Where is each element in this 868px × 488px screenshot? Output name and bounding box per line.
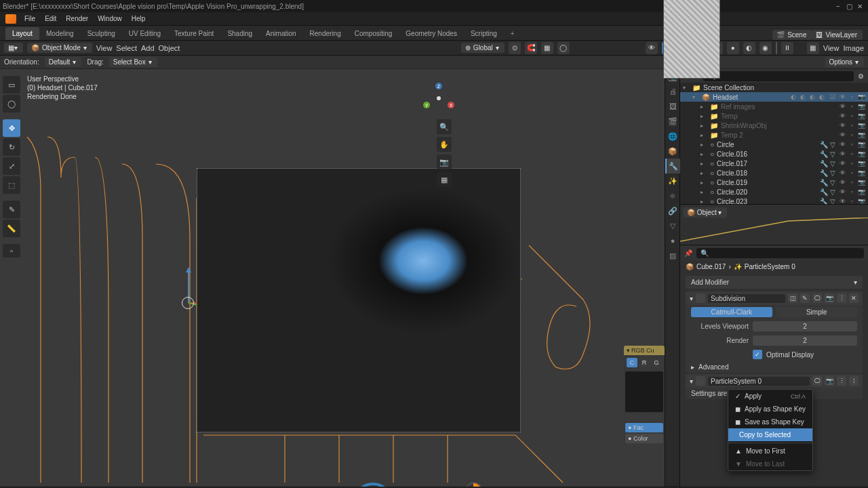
scale-tool[interactable]: ⤢ <box>3 157 20 175</box>
ctx-copy-selected[interactable]: Copy to Selected <box>728 428 812 441</box>
outliner-item[interactable]: ▸📁Temp 2👁▫📷 <box>680 130 868 140</box>
pause-icon[interactable]: ⏸ <box>781 42 793 54</box>
shade-matprev-icon[interactable]: ◐ <box>743 42 755 54</box>
editor-type-dropdown[interactable]: ▦▾ <box>4 43 23 53</box>
tab-shading[interactable]: Shading <box>220 27 259 40</box>
ptab-output[interactable]: 🖨 <box>665 84 680 99</box>
outliner-filter-icon[interactable]: ⚙ <box>858 73 864 80</box>
tab-animation[interactable]: Animation <box>259 27 302 40</box>
levels-render[interactable]: 2 <box>753 336 857 346</box>
levels-viewport[interactable]: 2 <box>753 321 857 331</box>
ps-realtime-icon[interactable]: 🖵 <box>812 376 822 386</box>
outliner-root[interactable]: ▾📁 Scene Collection <box>680 83 868 92</box>
ctx-move-first[interactable]: ▲Move to First <box>728 445 812 458</box>
vp-add-menu[interactable]: Add <box>141 44 155 52</box>
menu-window[interactable]: Window <box>94 14 126 24</box>
ctx-move-last[interactable]: ▼Move to Last <box>728 458 812 470</box>
tab-texpaint[interactable]: Texture Paint <box>167 27 220 40</box>
tab-geonodes[interactable]: Geometry Nodes <box>399 27 464 40</box>
vp-object-menu[interactable]: Object <box>159 44 180 52</box>
outliner-item[interactable]: ▸○Circle.017🔧 ▽👁▫📷 <box>680 159 868 168</box>
options-dropdown[interactable]: Options ▾ <box>825 57 864 67</box>
ptab-modifiers[interactable]: 🔧 <box>665 159 680 174</box>
ptab-scene[interactable]: 🎬 <box>665 114 680 129</box>
grid-snap-icon[interactable]: ▦ <box>541 42 553 54</box>
vp-view-menu[interactable]: View <box>96 44 113 52</box>
menu-file[interactable]: File <box>20 14 39 24</box>
curve-tool-1[interactable] <box>625 413 637 422</box>
add-modifier-button[interactable]: Add Modifier▾ <box>686 276 863 289</box>
outliner-item[interactable]: ▸○Circle.023🔧 ▽👁▫📷 <box>680 197 868 205</box>
ptab-particles[interactable]: ✨ <box>665 174 680 188</box>
uv-view-menu[interactable]: View <box>823 44 840 52</box>
orientation-dropdown[interactable]: ⊕ Global ▾ <box>461 43 505 53</box>
mod-edit-icon[interactable]: ✎ <box>800 293 810 303</box>
axis-y-icon[interactable]: Y <box>423 102 430 108</box>
optimal-display-check[interactable]: ✓ <box>753 350 762 359</box>
pivot-icon[interactable]: ⊙ <box>509 42 521 54</box>
ctx-apply-shapekey[interactable]: ◼Apply as Shape Key <box>728 403 812 415</box>
mode-dropdown[interactable]: 📦 Object Mode ▾ <box>27 43 92 53</box>
camera-icon[interactable]: 📷 <box>437 155 452 169</box>
vp-select-menu[interactable]: Select <box>116 44 137 52</box>
circle-select-tool[interactable]: ◯ <box>3 95 20 113</box>
channel-g[interactable]: G <box>651 358 662 367</box>
ptab-material[interactable]: ● <box>665 233 680 248</box>
ps-render-icon[interactable]: 📷 <box>825 376 834 386</box>
zoom-icon[interactable]: 🔍 <box>437 119 452 134</box>
outliner-item[interactable]: ▸○Circle.016🔧 ▽👁▫📷 <box>680 149 868 159</box>
snap-icon[interactable]: 🧲 <box>525 42 537 54</box>
channel-r[interactable]: R <box>639 358 650 367</box>
outliner[interactable]: ≡ 🖿 🔍 ⚙ ▾📁 Scene Collection ▾📦 Headset ◐… <box>680 69 868 205</box>
outliner-headset[interactable]: ▾📦 Headset ◐◐◐◐ ☑👁▫📷 <box>680 92 868 102</box>
rgb-curves-node[interactable]: ▾ RGB Cu C R G ● Fac ● Color <box>624 346 665 446</box>
mod-close-icon[interactable]: ✕ <box>849 293 859 303</box>
tool-orient-dropdown[interactable]: Default ▾ <box>45 57 82 67</box>
uv-object-dropdown[interactable]: 📦 Object ▾ <box>683 207 727 218</box>
uv-mini-panel[interactable]: 📦 Object ▾ <box>680 205 868 245</box>
shade-solid-icon[interactable]: ● <box>727 42 739 54</box>
ctx-save-shapekey[interactable]: ◼Save as Shape Key <box>728 415 812 428</box>
ptab-physics[interactable]: ⚛ <box>665 188 680 203</box>
ptab-viewlayer[interactable]: 🖼 <box>665 99 680 114</box>
ctx-apply[interactable]: ✓ApplyCtrl A <box>728 390 812 403</box>
uv-image-menu[interactable]: Image <box>843 44 864 52</box>
drag-dropdown[interactable]: Select Box ▾ <box>109 57 157 67</box>
ptab-constraints[interactable]: 🔗 <box>665 203 680 218</box>
ps-menu-icon[interactable]: ⋮ <box>837 376 846 386</box>
proportional-icon[interactable]: ◯ <box>557 42 570 54</box>
mod-menu-icon[interactable]: ⋮ <box>837 293 846 303</box>
outliner-item[interactable]: ▸○Circle.018🔧 ▽👁▫📷 <box>680 168 868 178</box>
minimize-button[interactable]: − <box>833 3 844 10</box>
annotate-tool[interactable]: ✎ <box>3 201 20 218</box>
uv-editor-icon[interactable]: ▦ <box>807 42 819 54</box>
tab-uv[interactable]: UV Editing <box>122 27 167 40</box>
tab-scripting[interactable]: Scripting <box>464 27 504 40</box>
ptab-texture[interactable]: ▨ <box>665 248 680 263</box>
texture-thumbnail[interactable] <box>663 0 720 79</box>
ortho-icon[interactable]: ▦ <box>437 172 452 187</box>
move-tool[interactable]: ✥ <box>3 119 20 137</box>
viewlayer-dropdown[interactable]: 🖼 ViewLayer <box>812 30 863 40</box>
outliner-item[interactable]: ▸📁Temp👁▫📷 <box>680 111 868 121</box>
ps-extra-icon[interactable]: ⫶ <box>849 376 859 386</box>
cursor-tool[interactable]: ▭ <box>3 76 20 94</box>
type-simple[interactable]: Simple <box>776 307 858 317</box>
maximize-button[interactable]: ▢ <box>844 3 854 10</box>
rotate-tool[interactable]: ↻ <box>3 138 20 156</box>
mod-realtime-icon[interactable]: 🖵 <box>812 293 822 303</box>
transform-tool[interactable]: ⬚ <box>3 176 20 194</box>
shade-render-icon[interactable]: ◉ <box>760 42 772 54</box>
menu-render[interactable]: Render <box>62 14 92 24</box>
tab-modeling[interactable]: Modeling <box>39 27 81 40</box>
add-tool[interactable]: ▫ <box>3 244 20 258</box>
tab-rendering[interactable]: Rendering <box>303 27 348 40</box>
tab-add[interactable]: + <box>504 27 521 40</box>
mod-cage-icon[interactable]: ◫ <box>788 293 797 303</box>
curve-tool-3[interactable] <box>652 413 663 422</box>
3d-viewport[interactable]: ▭ ◯ ✥ ↻ ⤢ ⬚ ✎ 📏 ▫ User Perspective (0) H… <box>0 69 665 487</box>
axis-x-icon[interactable]: X <box>448 102 454 108</box>
visibility-icon[interactable]: 👁 <box>646 42 658 54</box>
modifier-header[interactable]: ▾ Subdivision ◫ ✎ 🖵 📷 ⋮ ✕ <box>686 291 863 305</box>
advanced-section[interactable]: ▸Advanced <box>686 361 863 373</box>
